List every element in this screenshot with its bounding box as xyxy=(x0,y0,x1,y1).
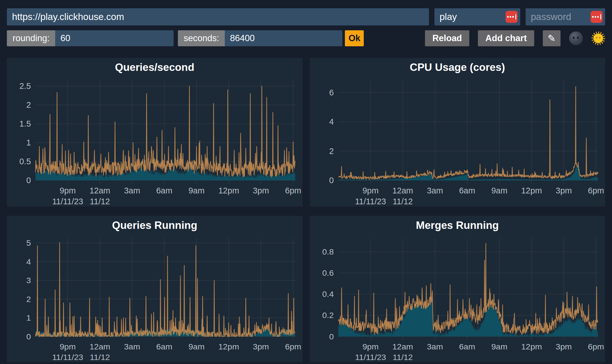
y-tick-label: 4 xyxy=(26,257,31,266)
chart-canvas-queries-per-second[interactable]: 00.511.522.59pm11/11/2312am11/123am6am9a… xyxy=(7,75,303,207)
x-tick-label: 3pm xyxy=(253,186,269,195)
actions-cluster: Reload Add chart ✎ xyxy=(425,30,605,46)
y-tick-label: 3 xyxy=(26,276,31,285)
edit-pencil-icon[interactable]: ✎ xyxy=(543,30,561,46)
chart-title: CPU Usage (cores) xyxy=(310,58,605,75)
y-tick-label: 6 xyxy=(329,88,333,97)
chart-panel-queries-per-second: Queries/second 00.511.522.59pm11/11/2312… xyxy=(7,58,303,207)
y-tick-label: 0.8 xyxy=(322,247,333,256)
y-tick-label: 4 xyxy=(329,117,333,126)
x-date-label: 11/11/23 xyxy=(52,353,83,362)
x-tick-label: 6pm xyxy=(588,342,604,351)
reload-button[interactable]: Reload xyxy=(425,30,469,46)
x-tick-label: 12am xyxy=(392,342,413,351)
x-tick-label: 6am xyxy=(156,186,172,195)
x-tick-label: 3am xyxy=(124,186,140,195)
controls-bar: rounding: seconds: Ok Reload Add chart ✎ xyxy=(7,30,605,46)
x-tick-label: 3pm xyxy=(556,186,572,195)
seconds-input[interactable] xyxy=(225,30,342,46)
y-tick-label: 2 xyxy=(26,100,31,109)
x-tick-label: 3am xyxy=(427,186,443,195)
y-tick-label: 1 xyxy=(26,138,31,147)
y-tick-label: 1 xyxy=(26,313,31,322)
x-tick-label: 9am xyxy=(188,186,204,195)
chart-canvas-queries-running[interactable]: 0123459pm11/11/2312am11/123am6am9am12pm3… xyxy=(7,233,303,362)
x-tick-label: 12am xyxy=(392,186,413,195)
x-tick-label: 9pm xyxy=(59,342,75,351)
chart-panel-merges-running: Merges Running 00.20.40.60.89pm11/11/231… xyxy=(310,216,605,362)
chart-title: Queries/second xyxy=(7,58,303,75)
chart-title: Merges Running xyxy=(310,216,605,233)
y-tick-label: 1.5 xyxy=(19,119,31,128)
x-tick-label: 9am xyxy=(491,186,507,195)
x-tick-label: 3am xyxy=(427,342,443,351)
y-tick-label: 0 xyxy=(26,332,31,341)
password-manager-icon[interactable] xyxy=(506,11,518,23)
y-tick-label: 2 xyxy=(26,295,31,304)
x-tick-label: 12pm xyxy=(218,342,239,351)
x-tick-label: 9pm xyxy=(362,186,378,195)
chart-canvas-cpu-usage[interactable]: 02469pm11/11/2312am11/123am6am9am12pm3pm… xyxy=(310,75,605,207)
x-tick-label: 9pm xyxy=(362,342,378,351)
url-input[interactable] xyxy=(7,8,429,25)
x-tick-label: 9am xyxy=(491,342,507,351)
rounding-label: rounding: xyxy=(7,30,55,46)
moon-face-icon[interactable] xyxy=(569,31,583,45)
x-date-label: 11/12 xyxy=(393,197,413,206)
line-series xyxy=(35,243,295,337)
line-series xyxy=(35,86,295,177)
y-tick-label: 0 xyxy=(329,176,333,185)
x-tick-label: 6am xyxy=(459,186,475,195)
user-field-wrap xyxy=(434,8,520,25)
chart-panel-queries-running: Queries Running 0123459pm11/11/2312am11/… xyxy=(7,216,303,362)
x-date-label: 11/11/23 xyxy=(355,353,386,362)
x-tick-label: 12am xyxy=(90,186,110,195)
y-tick-label: 0.4 xyxy=(322,290,333,299)
x-tick-label: 12pm xyxy=(218,186,239,195)
x-date-label: 11/12 xyxy=(393,353,413,362)
y-tick-label: 2 xyxy=(329,147,333,156)
y-tick-label: 0.6 xyxy=(322,269,333,278)
x-tick-label: 3pm xyxy=(556,342,572,351)
x-tick-label: 6pm xyxy=(588,186,604,195)
rounding-input[interactable] xyxy=(55,30,174,46)
x-tick-label: 3pm xyxy=(253,342,269,351)
line-series xyxy=(338,87,598,179)
x-tick-label: 9am xyxy=(188,342,204,351)
x-date-label: 11/11/23 xyxy=(355,197,386,206)
dashboard-page: rounding: seconds: Ok Reload Add chart ✎… xyxy=(0,0,612,362)
y-tick-label: 0 xyxy=(329,332,333,341)
x-date-label: 11/12 xyxy=(90,197,110,206)
x-tick-label: 3am xyxy=(124,342,140,351)
ok-button[interactable]: Ok xyxy=(345,30,364,46)
y-tick-label: 5 xyxy=(26,238,31,247)
x-date-label: 11/12 xyxy=(90,353,110,362)
y-tick-label: 0.2 xyxy=(322,311,333,320)
x-tick-label: 12pm xyxy=(521,342,542,351)
chart-title: Queries Running xyxy=(7,216,303,233)
seconds-label: seconds: xyxy=(178,30,225,46)
password-field-wrap xyxy=(526,8,605,25)
x-tick-label: 6am xyxy=(156,342,172,351)
x-tick-label: 6pm xyxy=(285,342,301,351)
x-tick-label: 12pm xyxy=(521,186,542,195)
y-tick-label: 0 xyxy=(26,176,31,185)
charts-grid: Queries/second 00.511.522.59pm11/11/2312… xyxy=(7,58,605,362)
chart-canvas-merges-running[interactable]: 00.20.40.60.89pm11/11/2312am11/123am6am9… xyxy=(310,233,605,362)
y-tick-label: 2.5 xyxy=(19,81,31,91)
add-chart-button[interactable]: Add chart xyxy=(478,30,534,46)
password-manager-icon[interactable] xyxy=(591,11,603,23)
connection-bar xyxy=(7,8,605,25)
y-tick-label: 0.5 xyxy=(19,157,31,166)
x-date-label: 11/11/23 xyxy=(52,197,83,206)
sun-face-icon[interactable] xyxy=(591,31,605,45)
x-tick-label: 6am xyxy=(459,342,475,351)
x-tick-label: 12am xyxy=(90,342,110,351)
chart-panel-cpu-usage: CPU Usage (cores) 02469pm11/11/2312am11/… xyxy=(310,58,605,207)
x-tick-label: 6pm xyxy=(285,186,301,195)
x-tick-label: 9pm xyxy=(59,186,75,195)
